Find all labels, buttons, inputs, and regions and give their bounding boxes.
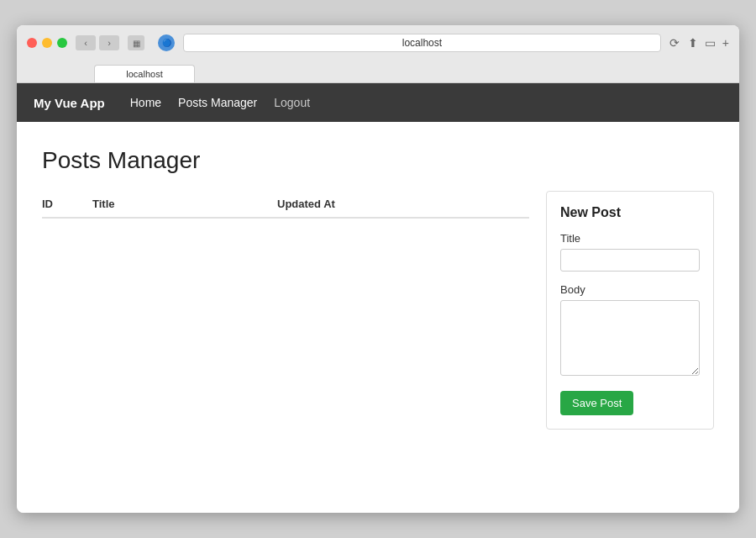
bookmark-icon[interactable]: ▭ <box>705 36 716 50</box>
maximize-window-button[interactable] <box>57 38 67 48</box>
new-post-panel: New Post Title Body Save Post <box>546 191 714 430</box>
address-bar[interactable]: localhost <box>183 34 661 52</box>
page-title: Posts Manager <box>42 147 714 174</box>
window-view-button[interactable]: ▦ <box>128 35 144 50</box>
body-form-group: Body <box>560 283 700 379</box>
favicon: 🔵 <box>158 34 175 51</box>
browser-nav-buttons: ‹ › <box>76 35 119 50</box>
browser-right-icons: ⬆ ▭ + <box>688 36 729 50</box>
title-form-group: Title <box>560 232 700 272</box>
posts-table: ID Title Updated At <box>42 191 529 219</box>
address-bar-row: localhost <box>183 34 661 52</box>
browser-chrome: ‹ › ▦ 🔵 localhost ⟳ ⬆ ▭ + localhos <box>17 25 739 83</box>
browser-window: ‹ › ▦ 🔵 localhost ⟳ ⬆ ▭ + localhos <box>17 25 739 513</box>
app-navbar: My Vue App Home Posts Manager Logout <box>17 83 739 122</box>
title-label: Title <box>560 232 700 245</box>
new-tab-icon[interactable]: + <box>722 36 729 50</box>
forward-button[interactable]: › <box>99 35 119 50</box>
browser-top-bar: ‹ › ▦ 🔵 localhost ⟳ ⬆ ▭ + <box>27 34 729 52</box>
nav-link-posts-manager[interactable]: Posts Manager <box>178 96 257 109</box>
body-label: Body <box>560 283 700 296</box>
traffic-lights <box>27 38 67 48</box>
minimize-window-button[interactable] <box>42 38 52 48</box>
content-layout: ID Title Updated At New Post Title <box>42 191 714 430</box>
main-content: Posts Manager ID Title Updated At <box>17 122 739 513</box>
nav-link-home[interactable]: Home <box>130 96 161 109</box>
panel-title: New Post <box>560 205 700 220</box>
title-input[interactable] <box>560 249 700 272</box>
col-updated-at: Updated At <box>277 191 529 218</box>
posts-table-section: ID Title Updated At <box>42 191 529 219</box>
table-header-row: ID Title Updated At <box>42 191 529 218</box>
tab-bar: localhost <box>27 59 729 82</box>
reload-button[interactable]: ⟳ <box>669 36 680 50</box>
back-button[interactable]: ‹ <box>76 35 96 50</box>
table-header: ID Title Updated At <box>42 191 529 218</box>
active-tab[interactable]: localhost <box>94 65 195 82</box>
nav-brand: My Vue App <box>34 96 105 110</box>
body-textarea[interactable] <box>560 300 700 376</box>
close-window-button[interactable] <box>27 38 37 48</box>
nav-link-logout[interactable]: Logout <box>274 96 310 109</box>
save-post-button[interactable]: Save Post <box>560 391 633 415</box>
favicon-icon: 🔵 <box>162 39 171 47</box>
share-icon[interactable]: ⬆ <box>688 36 698 50</box>
col-id: ID <box>42 191 92 218</box>
col-title: Title <box>92 191 277 218</box>
